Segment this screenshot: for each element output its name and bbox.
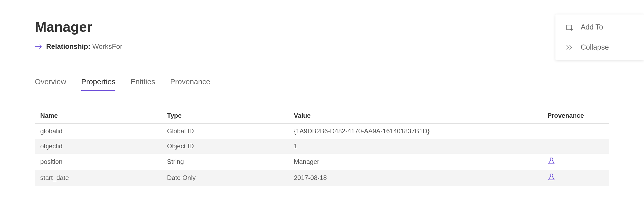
cell-name: objectid [40, 142, 167, 150]
relationship-arrow-icon [35, 44, 42, 49]
collapse-icon [565, 44, 574, 51]
relationship-line: Relationship: WorksFor [35, 42, 609, 51]
cell-provenance[interactable] [547, 157, 604, 167]
cell-value: Manager [294, 158, 547, 165]
cell-name: globalid [40, 127, 167, 135]
side-actions-panel: Add To Collapse [555, 14, 644, 60]
col-header-value: Value [294, 112, 547, 119]
col-header-provenance: Provenance [547, 112, 604, 119]
cell-type: Object ID [167, 142, 294, 150]
relationship-value: WorksFor [92, 42, 122, 50]
relationship-label: Relationship: [46, 42, 90, 50]
add-to-icon [565, 23, 574, 31]
add-to-button[interactable]: Add To [555, 17, 644, 37]
properties-table: Name Type Value Provenance globalid Glob… [35, 108, 609, 186]
table-row: objectid Object ID 1 [35, 139, 609, 154]
provenance-flask-icon [547, 173, 555, 181]
col-header-type: Type [167, 112, 294, 119]
table-row: start_date Date Only 2017-08-18 [35, 170, 609, 186]
cell-type: String [167, 158, 294, 165]
table-row: position String Manager [35, 154, 609, 170]
cell-provenance[interactable] [547, 173, 604, 183]
collapse-label: Collapse [581, 43, 609, 51]
svg-rect-1 [567, 25, 572, 30]
cell-value: 1 [294, 142, 547, 150]
cell-value: 2017-08-18 [294, 174, 547, 182]
provenance-flask-icon [547, 157, 555, 165]
table-row: globalid Global ID {1A9DB2B6-D482-4170-A… [35, 124, 609, 139]
cell-type: Global ID [167, 127, 294, 135]
add-to-label: Add To [581, 23, 603, 31]
table-header: Name Type Value Provenance [35, 108, 609, 124]
cell-type: Date Only [167, 174, 294, 182]
tab-entities[interactable]: Entities [130, 78, 155, 91]
tab-overview[interactable]: Overview [35, 78, 66, 91]
col-header-name: Name [40, 112, 167, 119]
collapse-button[interactable]: Collapse [555, 37, 644, 57]
page-title: Manager [35, 19, 609, 35]
cell-value: {1A9DB2B6-D482-4170-AA9A-161401837B1D} [294, 127, 547, 135]
tab-provenance[interactable]: Provenance [170, 78, 210, 91]
cell-name: start_date [40, 174, 167, 182]
tabs: Overview Properties Entities Provenance [35, 78, 609, 91]
tab-properties[interactable]: Properties [81, 78, 116, 91]
cell-name: position [40, 158, 167, 165]
